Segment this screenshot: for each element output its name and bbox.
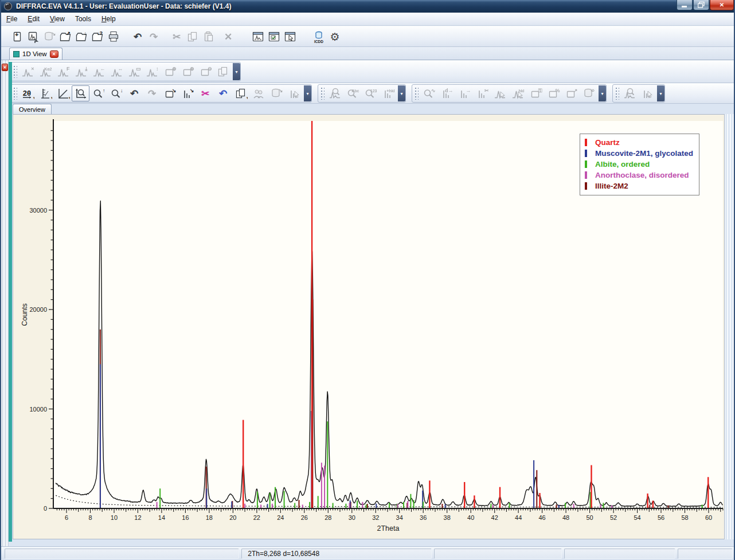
scale-linear-dropdown[interactable]: ▾ — [54, 85, 72, 101]
zoom-out-button[interactable]: ↓ — [107, 85, 125, 101]
residue-tools-group-overflow-dropdown[interactable]: ▾ — [657, 85, 664, 101]
legend-entry[interactable]: Albite, ordered — [585, 159, 693, 170]
svg-text:↓: ↓ — [84, 30, 87, 36]
shift-x-button: ← — [89, 64, 107, 80]
print-button[interactable] — [105, 28, 122, 45]
svg-text:0: 0 — [44, 505, 47, 512]
copy-range-button[interactable]: ↘ — [161, 85, 178, 101]
svg-text:+: + — [15, 31, 18, 38]
close-button[interactable]: ✕ — [710, 0, 734, 10]
y-axis-scale-dropdown[interactable]: ▾ — [36, 85, 54, 101]
legend-stick-icon — [585, 160, 587, 168]
svg-text:↶: ↶ — [133, 31, 142, 42]
cut-pattern-button[interactable]: ✂ — [196, 85, 214, 101]
svg-text:58: 58 — [681, 514, 688, 521]
svg-text:123: 123 — [370, 89, 377, 93]
group-drag-handle[interactable] — [13, 65, 17, 78]
status-segment — [5, 549, 239, 559]
data-tree-view-button[interactable] — [250, 28, 266, 45]
export-file-button[interactable]: ↗ — [57, 28, 73, 45]
search-group-overflow-dropdown[interactable]: ▾ — [398, 85, 405, 101]
status-bar: 2Th=8,268 d=10,68548 — [1, 546, 735, 560]
scan-processing-group-overflow-dropdown[interactable]: ▾ — [233, 63, 240, 80]
new-document-button[interactable]: + — [9, 28, 25, 45]
status-segment — [678, 549, 733, 559]
legend-entry[interactable]: Illite-2M2 — [585, 181, 693, 191]
svg-text:2θ: 2θ — [22, 89, 30, 97]
fourier-smooth-button: F — [54, 64, 72, 80]
active-view-accent-bar — [9, 62, 12, 542]
chart-panel: 0100002000030000681012141618202224262830… — [13, 114, 725, 539]
svg-text:↓?: ↓? — [97, 30, 103, 36]
svg-text:38: 38 — [444, 514, 451, 521]
save-as-button[interactable]: ↓? — [89, 28, 105, 45]
copy-view-dropdown[interactable]: ▾ — [232, 85, 249, 101]
svg-text:28: 28 — [325, 514, 331, 521]
legend-stick-icon — [585, 171, 587, 179]
scale-y-button: ↕ — [143, 64, 161, 80]
svg-text:←: ← — [100, 66, 105, 72]
svg-text:2Theta: 2Theta — [377, 524, 400, 532]
svg-text:56: 56 — [658, 514, 664, 521]
svg-text:Kα2: Kα2 — [44, 67, 52, 71]
icdd-database-button[interactable]: ICDD — [311, 28, 327, 45]
new-view-button: ⊕ — [178, 64, 196, 80]
peak-select-button — [491, 85, 509, 101]
svg-text:↑: ↑ — [103, 88, 105, 93]
panel-close-icon[interactable]: ✕ — [2, 64, 8, 71]
menu-file[interactable]: File — [1, 13, 22, 25]
svg-text:16: 16 — [182, 514, 189, 521]
menu-edit[interactable]: Edit — [22, 13, 45, 25]
selection-view-button[interactable] — [282, 28, 298, 45]
import-scan-button[interactable] — [25, 28, 41, 45]
undo-button[interactable]: ↶ — [130, 28, 146, 45]
svg-text:d→: d→ — [445, 88, 453, 93]
overview-tab[interactable]: Overview — [13, 104, 52, 114]
peak-info-button — [620, 85, 638, 101]
group-drag-handle[interactable] — [615, 87, 619, 100]
legend-entry[interactable]: Anorthoclase, disordered — [585, 170, 693, 181]
view-undo-button[interactable]: ↶ — [125, 85, 143, 101]
svg-text:↓: ↓ — [120, 88, 123, 93]
legend-entry[interactable]: Quartz — [585, 137, 693, 148]
pattern-zoom-button: ∿ — [420, 85, 437, 101]
svg-text:▭: ▭ — [135, 66, 140, 72]
group-drag-handle[interactable] — [415, 87, 419, 100]
svg-text:✂: ✂ — [484, 88, 488, 93]
option-view-button[interactable] — [266, 28, 282, 45]
restore-pattern-button[interactable]: ↶ — [214, 85, 232, 101]
pattern-tools-group-overflow-dropdown[interactable]: ▾ — [599, 85, 606, 101]
menu-tools[interactable]: Tools — [70, 13, 96, 25]
settings-button[interactable]: ⚙ — [327, 28, 343, 45]
svg-text:46: 46 — [539, 514, 546, 521]
search-hkl-button: +hkl — [379, 85, 397, 101]
menu-help[interactable]: Help — [96, 13, 121, 25]
minimize-button[interactable] — [677, 0, 693, 10]
svg-text:18: 18 — [206, 514, 213, 521]
zoom-in-button[interactable]: ↑ — [89, 85, 107, 101]
title-bar[interactable]: DIFFRAC.EVA V4.1.1 - User: EvaluationUse… — [1, 0, 735, 13]
chart-legend[interactable]: QuartzMuscovite-2M1, glycolatedAlbite, o… — [580, 134, 699, 195]
x-axis-2theta-dropdown[interactable]: 2θ▾ — [18, 85, 36, 101]
view-toolbar: 2θ▾▾▾↑↓↶↷↘↘✂↶▾↘▾Abc123+hkl▾∿d→→✂hkl⚿%↗꩜▾… — [1, 83, 735, 104]
menu-view[interactable]: View — [45, 13, 70, 25]
svg-text:∿: ∿ — [431, 88, 435, 93]
zoom-mode-button[interactable] — [72, 85, 89, 101]
legend-phase-label: Muscovite-2M1, glycolated — [595, 149, 693, 158]
svg-text:▾: ▾ — [247, 96, 248, 100]
svg-text:↘: ↘ — [189, 88, 194, 93]
group-drag-handle[interactable] — [320, 87, 325, 100]
svg-text:꩜: ꩜ — [590, 88, 595, 93]
legend-entry[interactable]: Muscovite-2M1, glycolated — [585, 148, 693, 159]
restore-button[interactable] — [693, 0, 709, 10]
background-subtract-button: ⤓ — [72, 64, 89, 80]
bars-pointer-button — [638, 85, 656, 101]
legend-stick-icon — [585, 139, 587, 146]
send-to-columns-button[interactable]: ↘ — [178, 85, 196, 101]
right-dock-rail — [725, 114, 735, 539]
tab-close-icon[interactable]: ✕ — [50, 50, 58, 58]
display-tools-group-overflow-dropdown[interactable]: ▾ — [304, 85, 311, 101]
tab-1d-view[interactable]: 1D View ✕ — [9, 48, 62, 60]
group-drag-handle[interactable] — [13, 87, 17, 100]
save-file-button[interactable]: ↓ — [73, 28, 89, 45]
